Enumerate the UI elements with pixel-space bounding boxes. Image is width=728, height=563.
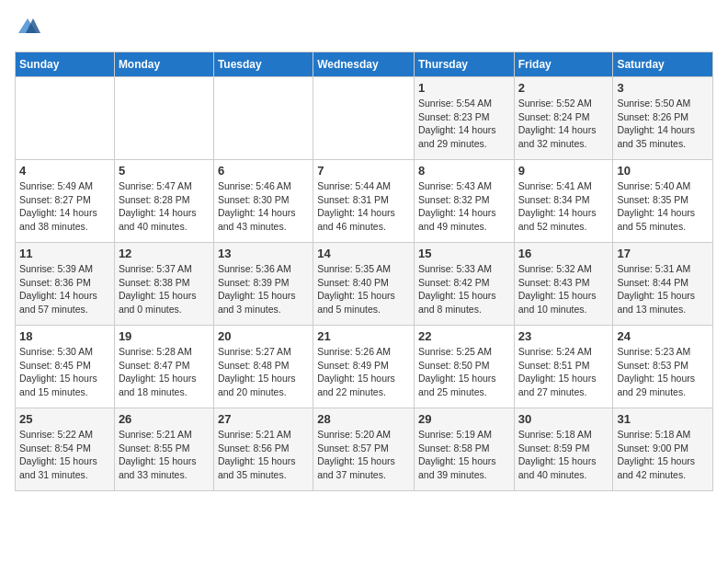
day-info: Sunrise: 5:41 AM Sunset: 8:34 PM Dayligh… bbox=[518, 179, 609, 234]
calendar-cell: 13Sunrise: 5:36 AM Sunset: 8:39 PM Dayli… bbox=[213, 243, 313, 326]
day-info: Sunrise: 5:39 AM Sunset: 8:36 PM Dayligh… bbox=[19, 262, 110, 316]
day-info: Sunrise: 5:32 AM Sunset: 8:43 PM Dayligh… bbox=[518, 262, 609, 316]
calendar-week-3: 11Sunrise: 5:39 AM Sunset: 8:36 PM Dayli… bbox=[16, 243, 713, 326]
calendar-week-2: 4Sunrise: 5:49 AM Sunset: 8:27 PM Daylig… bbox=[16, 160, 713, 243]
day-number: 4 bbox=[19, 164, 110, 178]
day-info: Sunrise: 5:54 AM Sunset: 8:23 PM Dayligh… bbox=[418, 97, 510, 151]
day-number: 23 bbox=[518, 329, 609, 343]
day-number: 12 bbox=[119, 247, 210, 260]
day-number: 24 bbox=[617, 329, 709, 343]
calendar-cell bbox=[114, 77, 213, 160]
day-info: Sunrise: 5:22 AM Sunset: 8:54 PM Dayligh… bbox=[19, 428, 110, 482]
calendar-week-1: 1Sunrise: 5:54 AM Sunset: 8:23 PM Daylig… bbox=[16, 77, 713, 160]
calendar-cell: 7Sunrise: 5:44 AM Sunset: 8:31 PM Daylig… bbox=[313, 160, 415, 243]
day-info: Sunrise: 5:43 AM Sunset: 8:32 PM Dayligh… bbox=[418, 179, 510, 234]
logo-icon bbox=[15, 15, 40, 40]
day-info: Sunrise: 5:33 AM Sunset: 8:42 PM Dayligh… bbox=[418, 262, 510, 316]
day-number: 27 bbox=[218, 412, 309, 426]
day-number: 11 bbox=[19, 247, 110, 260]
day-number: 6 bbox=[218, 164, 309, 178]
calendar-cell: 21Sunrise: 5:26 AM Sunset: 8:49 PM Dayli… bbox=[313, 326, 415, 408]
day-info: Sunrise: 5:19 AM Sunset: 8:58 PM Dayligh… bbox=[418, 428, 510, 482]
calendar-week-4: 18Sunrise: 5:30 AM Sunset: 8:45 PM Dayli… bbox=[16, 326, 713, 408]
calendar-cell: 8Sunrise: 5:43 AM Sunset: 8:32 PM Daylig… bbox=[414, 160, 514, 243]
weekday-header-row: SundayMondayTuesdayWednesdayThursdayFrid… bbox=[16, 52, 713, 77]
logo bbox=[15, 15, 44, 40]
calendar-cell: 9Sunrise: 5:41 AM Sunset: 8:34 PM Daylig… bbox=[514, 160, 613, 243]
day-info: Sunrise: 5:20 AM Sunset: 8:57 PM Dayligh… bbox=[317, 428, 410, 482]
day-info: Sunrise: 5:46 AM Sunset: 8:30 PM Dayligh… bbox=[218, 179, 309, 234]
day-info: Sunrise: 5:50 AM Sunset: 8:26 PM Dayligh… bbox=[617, 97, 709, 151]
day-number: 18 bbox=[19, 329, 110, 343]
weekday-header-saturday: Saturday bbox=[613, 52, 713, 77]
calendar-cell: 12Sunrise: 5:37 AM Sunset: 8:38 PM Dayli… bbox=[114, 243, 213, 326]
day-number: 7 bbox=[317, 164, 410, 178]
calendar-week-5: 25Sunrise: 5:22 AM Sunset: 8:54 PM Dayli… bbox=[16, 408, 713, 491]
day-number: 14 bbox=[317, 247, 410, 260]
day-number: 10 bbox=[617, 164, 709, 178]
day-number: 31 bbox=[617, 412, 709, 426]
day-number: 9 bbox=[518, 164, 609, 178]
calendar-cell: 22Sunrise: 5:25 AM Sunset: 8:50 PM Dayli… bbox=[414, 326, 514, 408]
calendar-cell: 27Sunrise: 5:21 AM Sunset: 8:56 PM Dayli… bbox=[213, 408, 313, 491]
calendar-cell: 20Sunrise: 5:27 AM Sunset: 8:48 PM Dayli… bbox=[213, 326, 313, 408]
calendar-cell: 3Sunrise: 5:50 AM Sunset: 8:26 PM Daylig… bbox=[613, 77, 713, 160]
calendar-cell bbox=[313, 77, 415, 160]
day-info: Sunrise: 5:27 AM Sunset: 8:48 PM Dayligh… bbox=[218, 345, 309, 399]
calendar-cell: 4Sunrise: 5:49 AM Sunset: 8:27 PM Daylig… bbox=[16, 160, 115, 243]
day-info: Sunrise: 5:44 AM Sunset: 8:31 PM Dayligh… bbox=[317, 179, 410, 234]
day-number: 5 bbox=[119, 164, 210, 178]
weekday-header-friday: Friday bbox=[514, 52, 613, 77]
calendar-cell bbox=[16, 77, 115, 160]
day-info: Sunrise: 5:28 AM Sunset: 8:47 PM Dayligh… bbox=[119, 345, 210, 399]
day-info: Sunrise: 5:21 AM Sunset: 8:56 PM Dayligh… bbox=[218, 428, 309, 482]
day-info: Sunrise: 5:23 AM Sunset: 8:53 PM Dayligh… bbox=[617, 345, 709, 399]
day-info: Sunrise: 5:21 AM Sunset: 8:55 PM Dayligh… bbox=[119, 428, 210, 482]
day-number: 13 bbox=[218, 247, 309, 260]
day-number: 8 bbox=[418, 164, 510, 178]
day-info: Sunrise: 5:49 AM Sunset: 8:27 PM Dayligh… bbox=[19, 179, 110, 234]
day-number: 19 bbox=[119, 329, 210, 343]
day-info: Sunrise: 5:25 AM Sunset: 8:50 PM Dayligh… bbox=[418, 345, 510, 399]
day-info: Sunrise: 5:40 AM Sunset: 8:35 PM Dayligh… bbox=[617, 179, 709, 234]
day-info: Sunrise: 5:52 AM Sunset: 8:24 PM Dayligh… bbox=[518, 97, 609, 151]
day-info: Sunrise: 5:36 AM Sunset: 8:39 PM Dayligh… bbox=[218, 262, 309, 316]
day-info: Sunrise: 5:26 AM Sunset: 8:49 PM Dayligh… bbox=[317, 345, 410, 399]
calendar-cell: 16Sunrise: 5:32 AM Sunset: 8:43 PM Dayli… bbox=[514, 243, 613, 326]
day-number: 15 bbox=[418, 247, 510, 260]
day-info: Sunrise: 5:30 AM Sunset: 8:45 PM Dayligh… bbox=[19, 345, 110, 399]
day-number: 29 bbox=[418, 412, 510, 426]
calendar-cell: 29Sunrise: 5:19 AM Sunset: 8:58 PM Dayli… bbox=[414, 408, 514, 491]
day-number: 16 bbox=[518, 247, 609, 260]
weekday-header-monday: Monday bbox=[114, 52, 213, 77]
calendar-cell: 28Sunrise: 5:20 AM Sunset: 8:57 PM Dayli… bbox=[313, 408, 415, 491]
day-number: 26 bbox=[119, 412, 210, 426]
day-info: Sunrise: 5:37 AM Sunset: 8:38 PM Dayligh… bbox=[119, 262, 210, 316]
calendar-cell: 24Sunrise: 5:23 AM Sunset: 8:53 PM Dayli… bbox=[613, 326, 713, 408]
calendar-cell: 6Sunrise: 5:46 AM Sunset: 8:30 PM Daylig… bbox=[213, 160, 313, 243]
day-info: Sunrise: 5:47 AM Sunset: 8:28 PM Dayligh… bbox=[119, 179, 210, 234]
day-number: 2 bbox=[518, 81, 609, 95]
calendar-cell: 30Sunrise: 5:18 AM Sunset: 8:59 PM Dayli… bbox=[514, 408, 613, 491]
calendar-cell: 31Sunrise: 5:18 AM Sunset: 9:00 PM Dayli… bbox=[613, 408, 713, 491]
calendar-cell bbox=[213, 77, 313, 160]
calendar-cell: 25Sunrise: 5:22 AM Sunset: 8:54 PM Dayli… bbox=[16, 408, 115, 491]
calendar-cell: 15Sunrise: 5:33 AM Sunset: 8:42 PM Dayli… bbox=[414, 243, 514, 326]
day-number: 20 bbox=[218, 329, 309, 343]
day-info: Sunrise: 5:18 AM Sunset: 8:59 PM Dayligh… bbox=[518, 428, 609, 482]
page-header bbox=[15, 15, 713, 40]
calendar-table: SundayMondayTuesdayWednesdayThursdayFrid… bbox=[15, 52, 713, 491]
calendar-cell: 10Sunrise: 5:40 AM Sunset: 8:35 PM Dayli… bbox=[613, 160, 713, 243]
weekday-header-tuesday: Tuesday bbox=[213, 52, 313, 77]
day-number: 22 bbox=[418, 329, 510, 343]
weekday-header-wednesday: Wednesday bbox=[313, 52, 415, 77]
weekday-header-sunday: Sunday bbox=[16, 52, 115, 77]
weekday-header-thursday: Thursday bbox=[414, 52, 514, 77]
calendar-cell: 17Sunrise: 5:31 AM Sunset: 8:44 PM Dayli… bbox=[613, 243, 713, 326]
day-number: 30 bbox=[518, 412, 609, 426]
day-number: 25 bbox=[19, 412, 110, 426]
calendar-cell: 1Sunrise: 5:54 AM Sunset: 8:23 PM Daylig… bbox=[414, 77, 514, 160]
calendar-cell: 14Sunrise: 5:35 AM Sunset: 8:40 PM Dayli… bbox=[313, 243, 415, 326]
calendar-cell: 11Sunrise: 5:39 AM Sunset: 8:36 PM Dayli… bbox=[16, 243, 115, 326]
calendar-cell: 19Sunrise: 5:28 AM Sunset: 8:47 PM Dayli… bbox=[114, 326, 213, 408]
